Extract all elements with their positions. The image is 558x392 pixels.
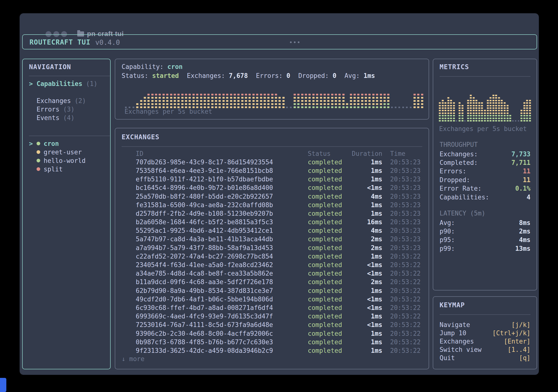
exchanges-table: IDStatusDurationTime707db263-985e-43c9-8… — [136, 149, 423, 355]
exchange-time: 20:53:23 — [390, 218, 423, 226]
exchange-duration: 1ms — [344, 253, 382, 260]
exchange-row[interactable]: 62b79d90-8a9a-49bb-8534-387d831ce3e7comp… — [136, 286, 423, 295]
throughput-errors: Errors:11 — [440, 167, 530, 176]
chart-bar — [226, 94, 228, 108]
chart-bar — [170, 94, 172, 108]
chart-bar — [346, 103, 348, 108]
exchange-id: 72530164-76a7-4111-8c5d-673fa9a6d48e — [136, 321, 308, 328]
exchange-row[interactable]: 75358f64-e6ea-4ee3-9c1e-766e8151bcb8comp… — [136, 166, 423, 175]
chart-bar — [338, 94, 341, 108]
nav-capability-split[interactable]: split — [29, 165, 111, 173]
capability-name: cron — [167, 63, 183, 70]
exchange-row[interactable]: 5a747b97-ca8d-4a3a-be11-41b13aca44dbcomp… — [136, 235, 423, 243]
stat-value: 0.1% — [515, 185, 530, 192]
exchange-id: 55295ac1-9925-4bd6-a412-4db953412ce1 — [136, 227, 308, 234]
exchange-row[interactable]: 25a570db-b8f2-480f-b5dd-e20c2b922657comp… — [136, 192, 423, 201]
chart-bar — [365, 94, 367, 108]
exchange-row[interactable]: 72530164-76a7-4111-8c5d-673fa9a6d48ecomp… — [136, 321, 423, 329]
chart-bar — [294, 94, 296, 108]
exchange-row[interactable]: d2578dff-2fb2-4d9e-b108-51230eb9207bcomp… — [136, 209, 423, 218]
nav-view-capabilities[interactable]: >Capabilities(1) — [29, 79, 111, 88]
capability-label: Capability: — [122, 63, 164, 70]
chart-bar — [166, 94, 168, 108]
stat-label: Dropped: — [440, 176, 470, 184]
keymap-exchanges: Exchanges[Enter] — [440, 337, 530, 345]
nav-capability-greet-user[interactable]: greet-user — [29, 148, 111, 156]
exchange-duration: 1ms — [344, 201, 382, 209]
capability-name: greet-user — [44, 149, 82, 156]
exchange-row[interactable]: b2a6058e-1684-46fc-b5f2-be8815a3f5c3comp… — [136, 218, 423, 226]
exchange-duration: 4ms — [344, 227, 382, 234]
exchange-row[interactable]: c22afd52-2072-47a4-bc27-2698c77bc854comp… — [136, 252, 423, 261]
exchange-id: b2a6058e-1684-46fc-b5f2-be8815a3f5c3 — [136, 218, 308, 226]
exchange-status: completed — [308, 210, 344, 217]
exchange-row[interactable]: effb5110-911f-4212-b1f0-b57dbaefbdbecomp… — [136, 175, 423, 184]
chart-bar — [200, 94, 202, 108]
nav-view-errors[interactable]: Errors(3) — [29, 105, 111, 113]
chart-bar — [470, 95, 472, 121]
exchange-row[interactable]: 9f23133d-3625-42dc-a459-08da3946b2c9comp… — [136, 346, 423, 355]
exchange-row[interactable]: 55295ac1-9925-4bd6-a412-4db953412ce1comp… — [136, 226, 423, 235]
nav-capability-hello-world[interactable]: hello-world — [29, 156, 111, 165]
chart-bar — [324, 94, 326, 108]
exchange-row[interactable]: 6993669c-4aed-4fc9-93e9-7d6135c3d47fcomp… — [136, 312, 423, 321]
chart-bar — [453, 102, 455, 121]
stat-value: 1ms — [364, 72, 375, 79]
stat-value: started — [152, 72, 179, 79]
exchange-status: completed — [308, 278, 344, 286]
exchange-time: 20:53:22 — [390, 296, 423, 303]
exchange-row[interactable]: a7a994b7-5a79-43f7-88bb-58af9a13d453comp… — [136, 243, 423, 252]
chart-bar — [414, 94, 416, 108]
exchange-status: completed — [308, 261, 344, 269]
latency-title: LATENCY (5m) — [440, 210, 485, 217]
terminal-window: pn craft tui ROUTECRAFT TUI v0.4.0 NAVIG… — [19, 13, 539, 375]
exchange-row[interactable]: bc1645c4-8996-4e0b-9b72-b01e86a8d400comp… — [136, 184, 423, 192]
exchange-row[interactable]: 49cdf2d0-7db6-4af1-b06c-5bbe194b806dcomp… — [136, 295, 423, 303]
chart-bar — [523, 102, 525, 121]
chart-bar — [279, 97, 281, 108]
capability-stat: Status: started — [122, 72, 179, 79]
exchange-id: b11a9dcd-09f6-4c68-aa3e-5df2f726e178 — [136, 278, 308, 286]
keymap-navigate: Navigate[j/k] — [440, 321, 530, 329]
exchange-duration: 2ms — [344, 235, 382, 243]
chart-bar — [398, 107, 401, 108]
exchange-row[interactable]: fe31581a-6500-49ca-ae8a-232c0affd08bcomp… — [136, 201, 423, 209]
exchange-status: completed — [308, 227, 344, 234]
stat-value: 2ms — [519, 228, 530, 235]
navigation-divider-2 — [29, 136, 110, 136]
chart-bar — [192, 94, 195, 108]
exchange-time: 20:53:23 — [390, 193, 423, 200]
exchange-row[interactable]: a34ae785-4d8d-4ca8-be8f-cea33a5b862ecomp… — [136, 269, 423, 278]
capability-status-dot-icon — [37, 167, 44, 171]
chart-bar — [518, 120, 520, 121]
exchange-id: 707db263-985e-43c9-8c17-86d154923554 — [136, 159, 308, 166]
app-version: v0.4.0 — [95, 38, 120, 47]
exchange-time: 20:53:22 — [390, 253, 423, 260]
nav-view-label: Events — [37, 114, 59, 121]
exchange-id: 234054f4-f63d-41ee-a5a0-f2ea8cd23462 — [136, 261, 308, 269]
chart-bar — [464, 120, 466, 121]
exchange-row[interactable]: 93906c2b-2c30-4e68-8c00-4acffa92006ccomp… — [136, 329, 423, 338]
keymap-action: Exchanges — [440, 338, 474, 345]
nav-view-exchanges[interactable]: Exchanges(2) — [29, 96, 111, 105]
nav-view-label: Exchanges — [37, 97, 71, 104]
chart-bar — [241, 94, 243, 108]
exchange-row[interactable]: 234054f4-f63d-41ee-a5a0-f2ea8cd23462comp… — [136, 261, 423, 269]
exchange-status: completed — [308, 193, 344, 200]
keymap-title: KEYMAP — [440, 301, 465, 309]
nav-capability-cron[interactable]: >cron — [29, 139, 111, 148]
chart-bar — [260, 94, 262, 108]
exchange-time: 20:53:23 — [390, 167, 423, 174]
stat-value: 4 — [527, 194, 530, 201]
exchange-row[interactable]: b11a9dcd-09f6-4c68-aa3e-5df2f726e178comp… — [136, 278, 423, 286]
exchange-status: completed — [308, 338, 344, 346]
chart-bar — [264, 94, 266, 108]
nav-view-events[interactable]: Events(4) — [29, 113, 111, 122]
exchange-row[interactable]: 6c930c68-ffef-4bd7-a8ad-008271af6df4comp… — [136, 303, 423, 312]
keymap-list: Navigate[j/k]Jump 10[Ctrl+j/k]Exchanges[… — [440, 321, 530, 362]
chart-bar — [410, 107, 412, 108]
chart-bar — [256, 94, 258, 108]
exchange-row[interactable]: 707db263-985e-43c9-8c17-86d154923554comp… — [136, 158, 423, 166]
exchange-id: 6993669c-4aed-4fc9-93e9-7d6135c3d47f — [136, 313, 308, 320]
exchange-row[interactable]: 0b987cf3-6788-4f85-b76b-b677c7c630e3comp… — [136, 338, 423, 346]
